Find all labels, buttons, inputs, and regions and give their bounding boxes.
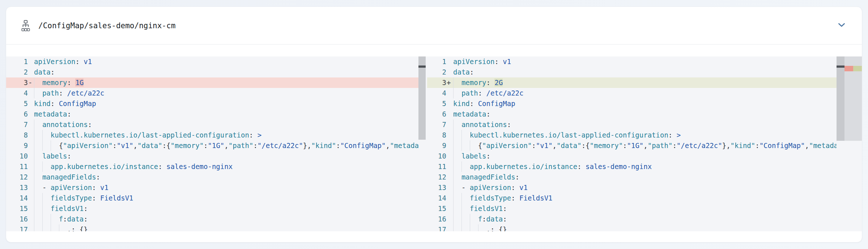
diff-sign [446, 98, 453, 109]
removed-line-marker [844, 66, 853, 71]
modified-scrollbar-zone[interactable] [837, 56, 862, 231]
code-line: 3- memory: 1G [6, 77, 418, 88]
code-line: 9 {"apiVersion":"v1","data":{"memory":"1… [427, 140, 837, 151]
collapse-chevron-button[interactable] [834, 18, 850, 34]
indent-guide [34, 193, 34, 203]
code-line: 17 .: {} [427, 224, 837, 231]
code-line: 14 fieldsType: FieldsV1 [6, 193, 418, 203]
diff-sign [28, 140, 34, 151]
code-text: kubectl.kubernetes.io/last-applied-confi… [453, 130, 837, 140]
code-line: 6metadata: [427, 109, 837, 119]
code-text: data: [34, 67, 418, 77]
diff-sign [446, 88, 453, 98]
indent-guide [453, 161, 454, 172]
code-text: path: /etc/a22c [34, 88, 418, 98]
diff-sign [446, 67, 453, 77]
code-text: managedFields: [34, 172, 418, 182]
code-line: 2data: [427, 67, 837, 77]
indent-guide [453, 151, 454, 161]
resource-path-title: /ConfigMap/sales-demo/nginx-cm [38, 21, 175, 30]
indent-guide [34, 77, 34, 88]
code-line: 5kind: ConfigMap [427, 98, 837, 109]
added-line-marker [853, 66, 862, 71]
yaml-diff-editor: 1apiVersion: v12data:3- memory: 1G4 path… [6, 56, 862, 231]
indent-guide [461, 203, 462, 214]
indent-guide [34, 119, 34, 130]
code-text: memory: 1G [34, 77, 418, 88]
diff-sign [28, 214, 34, 224]
code-text: labels: [34, 151, 418, 161]
diff-sign: + [446, 77, 453, 88]
code-line: 17 .: {} [6, 224, 418, 231]
line-number: 5 [427, 98, 446, 109]
scrollbar-thumb[interactable] [418, 56, 426, 140]
diff-sign [28, 88, 34, 98]
code-line: 5kind: ConfigMap [6, 98, 418, 109]
indent-guide [59, 224, 59, 231]
code-text: {"apiVersion":"v1","data":{"memory":"1G"… [453, 140, 837, 151]
code-line: 8 kubectl.kubernetes.io/last-applied-con… [427, 130, 837, 140]
code-line: 9 {"apiVersion":"v1","data":{"memory":"1… [6, 140, 418, 151]
code-text: app.kubernetes.io/instance: sales-demo-n… [453, 161, 837, 172]
code-line: 12 managedFields: [427, 172, 837, 182]
original-scrollbar[interactable] [418, 56, 426, 231]
code-text: annotations: [34, 119, 418, 130]
indent-guide [453, 193, 454, 203]
indent-guide [453, 224, 454, 231]
line-number: 15 [6, 203, 28, 214]
diff-sign [446, 182, 453, 193]
diff-sign [28, 224, 34, 231]
indent-guide [453, 130, 454, 140]
code-line: 11 app.kubernetes.io/instance: sales-dem… [427, 161, 837, 172]
code-text: {"apiVersion":"v1","data":{"memory":"1G"… [34, 140, 418, 151]
line-number: 14 [6, 193, 28, 203]
diff-sign [446, 161, 453, 172]
code-line: 10 labels: [427, 151, 837, 161]
code-line: 6metadata: [6, 109, 418, 119]
code-text: f:data: [34, 214, 418, 224]
indent-guide [51, 224, 51, 231]
indent-guide [453, 140, 454, 151]
indent-guide [42, 130, 43, 140]
line-number: 9 [6, 140, 28, 151]
code-text: fieldsV1: [34, 203, 418, 214]
line-number: 10 [427, 151, 446, 161]
indent-guide [461, 214, 462, 224]
indent-guide [42, 161, 43, 172]
indent-guide [470, 224, 470, 231]
diff-pane-original[interactable]: 1apiVersion: v12data:3- memory: 1G4 path… [6, 56, 426, 231]
line-number: 4 [427, 88, 446, 98]
indent-guide [453, 182, 454, 193]
line-number: 7 [6, 119, 28, 130]
indent-guide [453, 172, 454, 182]
diff-sign [446, 214, 453, 224]
diff-sign: - [28, 77, 34, 88]
sitemap-icon [21, 20, 30, 31]
diff-sign [446, 140, 453, 151]
indent-guide [34, 161, 34, 172]
indent-guide [42, 214, 43, 224]
indent-guide [470, 214, 470, 224]
indent-guide [478, 224, 478, 231]
line-number: 6 [6, 109, 28, 119]
diff-sign [446, 172, 453, 182]
scrollbar-thumb[interactable] [837, 56, 844, 141]
indent-guide [461, 130, 462, 140]
diff-sign [28, 98, 34, 109]
code-text: kind: ConfigMap [34, 98, 418, 109]
line-number: 11 [427, 161, 446, 172]
diff-sign [446, 193, 453, 203]
diff-position-marker [837, 66, 844, 68]
diff-sign [446, 203, 453, 214]
code-line: 15 fieldsV1: [6, 203, 418, 214]
chevron-down-icon [838, 23, 845, 29]
code-text: .: {} [34, 224, 418, 231]
code-text: path: /etc/a22c [453, 88, 837, 98]
line-number: 16 [427, 214, 446, 224]
indent-guide [42, 224, 43, 231]
code-line: 10 labels: [6, 151, 418, 161]
indent-guide [453, 203, 454, 214]
indent-guide [51, 140, 51, 151]
diff-pane-modified[interactable]: 1apiVersion: v12data:3+ memory: 2G4 path… [427, 56, 862, 231]
indent-guide [34, 203, 34, 214]
